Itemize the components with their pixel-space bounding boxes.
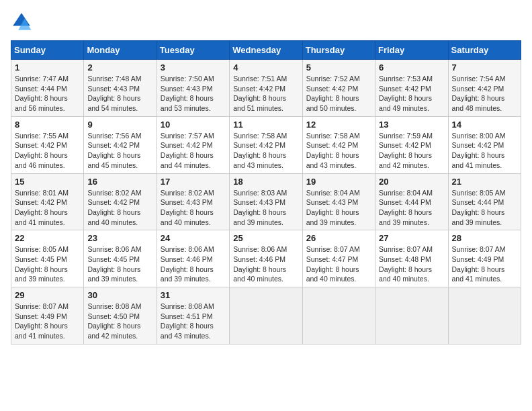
calendar-cell: 19Sunrise: 8:04 AM Sunset: 4:43 PM Dayli…: [302, 173, 375, 230]
day-info: Sunrise: 8:06 AM Sunset: 4:46 PM Dayligh…: [161, 244, 226, 284]
header-saturday: Saturday: [448, 41, 521, 60]
calendar-cell: 29Sunrise: 8:07 AM Sunset: 4:49 PM Dayli…: [11, 287, 84, 345]
calendar-cell: 28Sunrise: 8:07 AM Sunset: 4:49 PM Dayli…: [448, 230, 521, 287]
calendar-week-row: 22Sunrise: 8:05 AM Sunset: 4:45 PM Dayli…: [11, 230, 521, 287]
day-number: 22: [15, 233, 80, 243]
day-info: Sunrise: 8:05 AM Sunset: 4:44 PM Dayligh…: [452, 188, 517, 228]
day-number: 21: [452, 177, 517, 187]
day-info: Sunrise: 7:58 AM Sunset: 4:42 PM Dayligh…: [306, 131, 371, 171]
day-number: 20: [379, 177, 444, 187]
day-number: 12: [306, 120, 371, 130]
day-number: 5: [306, 62, 371, 73]
day-info: Sunrise: 8:05 AM Sunset: 4:45 PM Dayligh…: [15, 244, 80, 284]
calendar-cell: 17Sunrise: 8:02 AM Sunset: 4:43 PM Dayli…: [157, 173, 229, 230]
calendar-cell: 26Sunrise: 8:07 AM Sunset: 4:47 PM Dayli…: [302, 230, 375, 287]
calendar-cell: 4Sunrise: 7:51 AM Sunset: 4:42 PM Daylig…: [230, 60, 302, 117]
calendar-cell: [302, 287, 375, 345]
day-number: 30: [87, 290, 152, 300]
day-info: Sunrise: 7:53 AM Sunset: 4:42 PM Dayligh…: [379, 74, 444, 113]
calendar-cell: 6Sunrise: 7:53 AM Sunset: 4:42 PM Daylig…: [375, 60, 448, 117]
day-number: 4: [233, 62, 298, 73]
header-thursday: Thursday: [302, 41, 375, 60]
day-info: Sunrise: 8:07 AM Sunset: 4:48 PM Dayligh…: [379, 244, 444, 284]
day-number: 23: [87, 233, 152, 243]
day-info: Sunrise: 8:07 AM Sunset: 4:47 PM Dayligh…: [306, 244, 371, 284]
calendar-cell: 15Sunrise: 8:01 AM Sunset: 4:42 PM Dayli…: [11, 173, 84, 230]
day-info: Sunrise: 8:00 AM Sunset: 4:42 PM Dayligh…: [452, 131, 517, 171]
calendar-cell: 23Sunrise: 8:06 AM Sunset: 4:45 PM Dayli…: [84, 230, 157, 287]
day-number: 19: [306, 177, 371, 187]
day-number: 17: [161, 177, 226, 187]
logo: [11, 11, 35, 32]
calendar-cell: 18Sunrise: 8:03 AM Sunset: 4:43 PM Dayli…: [230, 173, 302, 230]
calendar-week-row: 1Sunrise: 7:47 AM Sunset: 4:44 PM Daylig…: [11, 60, 521, 117]
calendar-cell: 16Sunrise: 8:02 AM Sunset: 4:42 PM Dayli…: [84, 173, 157, 230]
calendar-cell: 7Sunrise: 7:54 AM Sunset: 4:42 PM Daylig…: [448, 60, 521, 117]
header-sunday: Sunday: [11, 41, 84, 60]
header-monday: Monday: [84, 41, 157, 60]
calendar-cell: 11Sunrise: 7:58 AM Sunset: 4:42 PM Dayli…: [230, 116, 302, 173]
day-info: Sunrise: 8:07 AM Sunset: 4:49 PM Dayligh…: [15, 302, 80, 341]
day-info: Sunrise: 8:02 AM Sunset: 4:42 PM Dayligh…: [87, 188, 152, 228]
calendar-cell: 31Sunrise: 8:08 AM Sunset: 4:51 PM Dayli…: [157, 287, 229, 345]
calendar-cell: 8Sunrise: 7:55 AM Sunset: 4:42 PM Daylig…: [11, 116, 84, 173]
day-number: 16: [87, 177, 152, 187]
day-number: 28: [452, 233, 517, 243]
day-info: Sunrise: 8:06 AM Sunset: 4:46 PM Dayligh…: [233, 244, 298, 284]
calendar-cell: 5Sunrise: 7:52 AM Sunset: 4:42 PM Daylig…: [302, 60, 375, 117]
calendar-cell: 1Sunrise: 7:47 AM Sunset: 4:44 PM Daylig…: [11, 60, 84, 117]
calendar-week-row: 15Sunrise: 8:01 AM Sunset: 4:42 PM Dayli…: [11, 173, 521, 230]
day-info: Sunrise: 7:47 AM Sunset: 4:44 PM Dayligh…: [15, 74, 80, 113]
calendar-cell: 27Sunrise: 8:07 AM Sunset: 4:48 PM Dayli…: [375, 230, 448, 287]
day-info: Sunrise: 7:56 AM Sunset: 4:42 PM Dayligh…: [87, 131, 152, 171]
calendar-cell: [375, 287, 448, 345]
day-info: Sunrise: 8:08 AM Sunset: 4:51 PM Dayligh…: [161, 302, 226, 341]
day-info: Sunrise: 7:58 AM Sunset: 4:42 PM Dayligh…: [233, 131, 298, 171]
day-number: 31: [161, 290, 226, 300]
calendar-cell: [448, 287, 521, 345]
calendar-cell: 12Sunrise: 7:58 AM Sunset: 4:42 PM Dayli…: [302, 116, 375, 173]
calendar-header-row: Sunday Monday Tuesday Wednesday Thursday…: [11, 41, 521, 60]
calendar-week-row: 29Sunrise: 8:07 AM Sunset: 4:49 PM Dayli…: [11, 287, 521, 345]
day-number: 14: [452, 120, 517, 130]
day-number: 29: [15, 290, 80, 300]
day-number: 18: [233, 177, 298, 187]
day-number: 26: [306, 233, 371, 243]
calendar-cell: 3Sunrise: 7:50 AM Sunset: 4:43 PM Daylig…: [157, 60, 229, 117]
calendar-cell: 24Sunrise: 8:06 AM Sunset: 4:46 PM Dayli…: [157, 230, 229, 287]
day-number: 27: [379, 233, 444, 243]
day-info: Sunrise: 8:04 AM Sunset: 4:43 PM Dayligh…: [306, 188, 371, 228]
day-number: 9: [87, 120, 152, 130]
day-number: 1: [15, 62, 80, 73]
day-number: 7: [452, 62, 517, 73]
day-number: 6: [379, 62, 444, 73]
header-tuesday: Tuesday: [157, 41, 229, 60]
day-info: Sunrise: 7:59 AM Sunset: 4:42 PM Dayligh…: [379, 131, 444, 171]
calendar-cell: 22Sunrise: 8:05 AM Sunset: 4:45 PM Dayli…: [11, 230, 84, 287]
day-number: 10: [161, 120, 226, 130]
day-number: 13: [379, 120, 444, 130]
day-info: Sunrise: 7:48 AM Sunset: 4:43 PM Dayligh…: [87, 74, 152, 113]
day-info: Sunrise: 7:52 AM Sunset: 4:42 PM Dayligh…: [306, 74, 371, 113]
day-info: Sunrise: 8:04 AM Sunset: 4:44 PM Dayligh…: [379, 188, 444, 228]
calendar-cell: 2Sunrise: 7:48 AM Sunset: 4:43 PM Daylig…: [84, 60, 157, 117]
day-info: Sunrise: 8:03 AM Sunset: 4:43 PM Dayligh…: [233, 188, 298, 228]
day-info: Sunrise: 8:01 AM Sunset: 4:42 PM Dayligh…: [15, 188, 80, 228]
day-info: Sunrise: 7:50 AM Sunset: 4:43 PM Dayligh…: [161, 74, 226, 113]
page-header: [11, 11, 521, 32]
calendar-cell: 10Sunrise: 7:57 AM Sunset: 4:42 PM Dayli…: [157, 116, 229, 173]
day-info: Sunrise: 7:55 AM Sunset: 4:42 PM Dayligh…: [15, 131, 80, 171]
calendar-cell: 14Sunrise: 8:00 AM Sunset: 4:42 PM Dayli…: [448, 116, 521, 173]
calendar-cell: 21Sunrise: 8:05 AM Sunset: 4:44 PM Dayli…: [448, 173, 521, 230]
header-friday: Friday: [375, 41, 448, 60]
calendar-cell: 13Sunrise: 7:59 AM Sunset: 4:42 PM Dayli…: [375, 116, 448, 173]
day-info: Sunrise: 8:07 AM Sunset: 4:49 PM Dayligh…: [452, 244, 517, 284]
day-number: 11: [233, 120, 298, 130]
calendar-week-row: 8Sunrise: 7:55 AM Sunset: 4:42 PM Daylig…: [11, 116, 521, 173]
day-info: Sunrise: 8:02 AM Sunset: 4:43 PM Dayligh…: [161, 188, 226, 228]
calendar-cell: 30Sunrise: 8:08 AM Sunset: 4:50 PM Dayli…: [84, 287, 157, 345]
calendar-cell: [230, 287, 302, 345]
day-number: 3: [161, 62, 226, 73]
day-info: Sunrise: 7:51 AM Sunset: 4:42 PM Dayligh…: [233, 74, 298, 113]
day-number: 25: [233, 233, 298, 243]
